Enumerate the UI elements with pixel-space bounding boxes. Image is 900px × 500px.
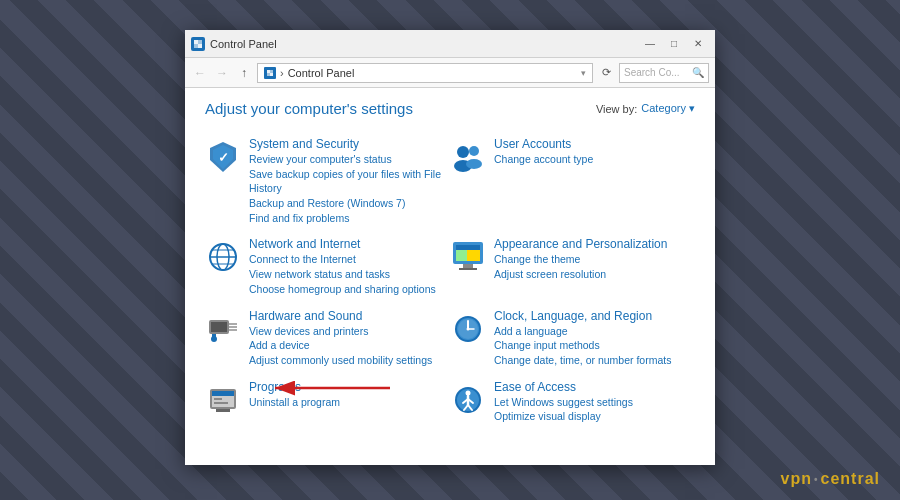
clock-language-title[interactable]: Clock, Language, and Region xyxy=(494,309,695,323)
address-field[interactable]: › Control Panel ▾ xyxy=(257,63,593,83)
hardware-link-2[interactable]: Add a device xyxy=(249,338,450,353)
address-bar: ← → ↑ › Control Panel ▾ ⟳ Search Co... 🔍 xyxy=(185,58,715,88)
ease-of-access-links: Let Windows suggest settings Optimize vi… xyxy=(494,395,695,424)
network-link-2[interactable]: View network status and tasks xyxy=(249,267,450,282)
svg-point-14 xyxy=(466,159,482,169)
watermark-vpn: vpn xyxy=(781,470,812,488)
svg-rect-29 xyxy=(229,323,237,325)
appearance-links: Change the theme Adjust screen resolutio… xyxy=(494,252,695,281)
svg-rect-4 xyxy=(267,70,270,73)
network-link-1[interactable]: Connect to the Internet xyxy=(249,252,450,267)
hardware-sound-icon xyxy=(205,311,241,347)
page-title: Adjust your computer's settings xyxy=(205,100,413,117)
svg-rect-1 xyxy=(198,40,202,44)
svg-rect-28 xyxy=(211,322,227,332)
address-text: Control Panel xyxy=(288,67,355,79)
appearance-link-1[interactable]: Change the theme xyxy=(494,252,695,267)
user-accounts-links: Change account type xyxy=(494,152,695,167)
category-network-internet: Network and Internet Connect to the Inte… xyxy=(205,231,450,302)
svg-rect-31 xyxy=(229,329,237,331)
address-dropdown-icon[interactable]: ▾ xyxy=(581,68,586,78)
svg-rect-42 xyxy=(212,391,234,396)
category-system-security: ✓ System and Security Review your comput… xyxy=(205,131,450,231)
appearance-content: Appearance and Personalization Change th… xyxy=(494,237,695,281)
system-security-content: System and Security Review your computer… xyxy=(249,137,450,225)
refresh-button[interactable]: ⟳ xyxy=(597,64,615,82)
ease-link-1[interactable]: Let Windows suggest settings xyxy=(494,395,695,410)
category-ease-of-access: Ease of Access Let Windows suggest setti… xyxy=(450,374,695,430)
forward-button[interactable]: → xyxy=(213,64,231,82)
clock-link-2[interactable]: Change input methods xyxy=(494,338,695,353)
view-by-value[interactable]: Category ▾ xyxy=(641,102,695,115)
view-by-dropdown-icon: ▾ xyxy=(689,102,695,114)
close-button[interactable]: ✕ xyxy=(687,35,709,53)
categories-grid: ✓ System and Security Review your comput… xyxy=(205,131,695,430)
svg-rect-7 xyxy=(270,73,273,76)
ease-link-2[interactable]: Optimize visual display xyxy=(494,409,695,424)
svg-rect-22 xyxy=(456,245,480,250)
system-link-4[interactable]: Find and fix problems xyxy=(249,211,450,226)
programs-icon xyxy=(205,382,241,418)
system-link-3[interactable]: Backup and Restore (Windows 7) xyxy=(249,196,450,211)
appearance-link-2[interactable]: Adjust screen resolution xyxy=(494,267,695,282)
back-button[interactable]: ← xyxy=(191,64,209,82)
ease-of-access-icon xyxy=(450,382,486,418)
clock-language-icon xyxy=(450,311,486,347)
programs-title[interactable]: Programs xyxy=(249,380,450,394)
programs-links: Uninstall a program xyxy=(249,395,450,410)
category-appearance: Appearance and Personalization Change th… xyxy=(450,231,695,302)
hardware-sound-links: View devices and printers Add a device A… xyxy=(249,324,450,368)
user-link-1[interactable]: Change account type xyxy=(494,152,695,167)
svg-rect-24 xyxy=(467,250,480,261)
clock-link-1[interactable]: Add a language xyxy=(494,324,695,339)
watermark-dot-icon: • xyxy=(814,474,819,485)
category-clock-language: Clock, Language, and Region Add a langua… xyxy=(450,303,695,374)
svg-rect-3 xyxy=(198,44,202,48)
view-by-label: View by: xyxy=(596,103,637,115)
network-internet-content: Network and Internet Connect to the Inte… xyxy=(249,237,450,296)
svg-rect-25 xyxy=(463,264,473,268)
maximize-button[interactable]: □ xyxy=(663,35,685,53)
svg-rect-33 xyxy=(212,334,216,339)
svg-rect-30 xyxy=(229,326,237,328)
control-panel-window: Control Panel — □ ✕ ← → ↑ › Control Pane… xyxy=(185,30,715,465)
window-icon xyxy=(191,37,205,51)
clock-language-content: Clock, Language, and Region Add a langua… xyxy=(494,309,695,368)
page-header: Adjust your computer's settings View by:… xyxy=(205,100,695,117)
minimize-button[interactable]: — xyxy=(639,35,661,53)
search-box[interactable]: Search Co... 🔍 xyxy=(619,63,709,83)
category-programs: Programs Uninstall a program xyxy=(205,374,450,430)
up-button[interactable]: ↑ xyxy=(235,64,253,82)
svg-rect-26 xyxy=(459,268,477,270)
address-icon xyxy=(264,67,276,79)
system-link-2[interactable]: Save backup copies of your files with Fi… xyxy=(249,167,450,196)
appearance-title[interactable]: Appearance and Personalization xyxy=(494,237,695,251)
system-security-icon: ✓ xyxy=(205,139,241,175)
hardware-sound-content: Hardware and Sound View devices and prin… xyxy=(249,309,450,368)
system-link-1[interactable]: Review your computer's status xyxy=(249,152,450,167)
network-internet-title[interactable]: Network and Internet xyxy=(249,237,450,251)
system-security-title[interactable]: System and Security xyxy=(249,137,450,151)
ease-of-access-content: Ease of Access Let Windows suggest setti… xyxy=(494,380,695,424)
search-placeholder: Search Co... xyxy=(624,67,680,78)
content-area: Adjust your computer's settings View by:… xyxy=(185,88,715,465)
ease-of-access-title[interactable]: Ease of Access xyxy=(494,380,695,394)
hardware-sound-title[interactable]: Hardware and Sound xyxy=(249,309,450,323)
title-bar: Control Panel — □ ✕ xyxy=(185,30,715,58)
svg-rect-44 xyxy=(214,402,228,404)
svg-rect-5 xyxy=(270,70,273,73)
user-accounts-icon xyxy=(450,139,486,175)
clock-link-3[interactable]: Change date, time, or number formats xyxy=(494,353,695,368)
user-accounts-title[interactable]: User Accounts xyxy=(494,137,695,151)
search-icon[interactable]: 🔍 xyxy=(692,67,704,78)
window-title: Control Panel xyxy=(210,38,639,50)
watermark-central: central xyxy=(821,470,880,488)
user-accounts-content: User Accounts Change account type xyxy=(494,137,695,167)
system-security-links: Review your computer's status Save backu… xyxy=(249,152,450,225)
svg-point-13 xyxy=(469,146,479,156)
network-link-3[interactable]: Choose homegroup and sharing options xyxy=(249,282,450,297)
programs-link-1[interactable]: Uninstall a program xyxy=(249,395,450,410)
svg-rect-43 xyxy=(214,398,222,400)
hardware-link-1[interactable]: View devices and printers xyxy=(249,324,450,339)
hardware-link-3[interactable]: Adjust commonly used mobility settings xyxy=(249,353,450,368)
